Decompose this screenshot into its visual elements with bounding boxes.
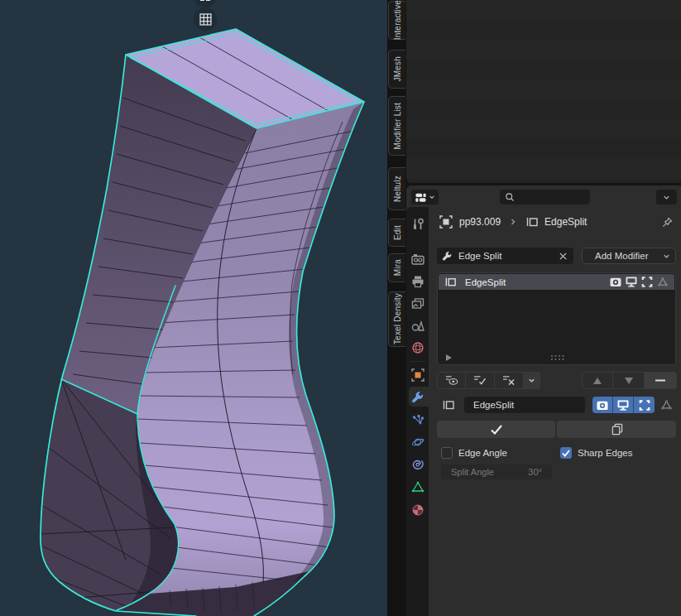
- clear-search-icon[interactable]: [559, 252, 568, 261]
- modifier-stack-row[interactable]: EdgeSplit: [439, 274, 674, 290]
- add-modifier-label: Add Modifier: [595, 251, 649, 261]
- sidebar-tab-interactive[interactable]: Interactive: [388, 1, 405, 40]
- stack-extras-button[interactable]: [524, 372, 540, 389]
- toggle-editmode-button[interactable]: [634, 397, 655, 413]
- sharp-edges-label: Sharp Edges: [578, 448, 633, 458]
- remove-all-button[interactable]: [495, 372, 524, 389]
- tab-physics[interactable]: [410, 435, 424, 449]
- duplicate-modifier-button[interactable]: [557, 421, 676, 438]
- world-icon: [411, 341, 424, 354]
- edge-angle-checkbox[interactable]: [441, 447, 453, 459]
- sidebar-tab-modifier-list[interactable]: Modifier List: [388, 96, 405, 156]
- mesh-object[interactable]: [0, 0, 387, 616]
- chevron-down-icon: [663, 253, 670, 260]
- blender-window: Interactive JMesh Modifier List Neltulz …: [0, 0, 681, 616]
- properties-editor: pp93.009 EdgeSplit Ad: [406, 185, 681, 616]
- tab-output[interactable]: [410, 274, 424, 288]
- move-modifier-up-button[interactable]: [582, 372, 613, 389]
- chevron-down-icon: [429, 194, 435, 200]
- minus-icon: [655, 379, 665, 382]
- sidebar-tab-texel-density[interactable]: Texel Density: [388, 291, 405, 347]
- sharp-edges-checkbox[interactable]: [560, 447, 572, 459]
- physics-icon: [411, 436, 424, 449]
- resize-grip-icon[interactable]: [550, 354, 565, 361]
- modifier-search-input[interactable]: [457, 250, 548, 262]
- apply-all-button[interactable]: [466, 372, 495, 389]
- display-toggle-group: [592, 397, 675, 413]
- header-search[interactable]: [500, 190, 590, 205]
- list-check-icon: [473, 375, 487, 386]
- modifier-icon: [442, 398, 455, 411]
- stack-toolbar-left: [437, 372, 540, 389]
- modifier-name-field[interactable]: [464, 397, 585, 413]
- split-angle-value: 30°: [528, 467, 542, 477]
- split-angle-slider[interactable]: Split Angle 30°: [441, 464, 552, 479]
- modifier-icon: [444, 276, 457, 288]
- oncage-triangle-icon: [660, 399, 673, 411]
- stack-toolbar-right: [582, 372, 677, 389]
- sidebar-tab-mira[interactable]: Mira: [388, 253, 405, 282]
- tab-material[interactable]: [410, 503, 424, 517]
- search-input[interactable]: [518, 191, 576, 203]
- toggle-realtime-button[interactable]: [613, 397, 634, 413]
- view-layer-icon: [411, 297, 424, 310]
- tab-label: JMesh: [393, 56, 402, 81]
- move-modifier-down-button[interactable]: [613, 372, 645, 389]
- viewport-3d[interactable]: [0, 0, 387, 616]
- tab-world[interactable]: [410, 340, 424, 354]
- tab-label: Modifier List: [393, 103, 402, 150]
- tab-label: Interactive: [393, 0, 402, 40]
- mesh-data-icon: [411, 480, 424, 493]
- chevron-down-icon: [528, 377, 535, 384]
- sidebar-tab-edit[interactable]: Edit: [388, 219, 405, 247]
- toggle-render-button[interactable]: [592, 397, 613, 413]
- pin-icon[interactable]: [661, 216, 674, 229]
- sidebar-tab-neltulz[interactable]: Neltulz: [388, 167, 405, 210]
- editmode-cage-icon: [639, 400, 650, 411]
- chevron-down-icon: [663, 194, 670, 201]
- oncage-triangle-icon[interactable]: [657, 277, 669, 287]
- apply-modifier-button[interactable]: [437, 421, 555, 438]
- down-triangle-icon: [625, 378, 633, 384]
- search-icon: [505, 192, 515, 202]
- tab-tool[interactable]: [410, 217, 424, 231]
- modifier-search-field[interactable]: [437, 248, 573, 264]
- remove-modifier-button[interactable]: [645, 372, 677, 389]
- viewport-grid-button[interactable]: [194, 7, 217, 31]
- tab-render[interactable]: [410, 252, 424, 266]
- tab-object-data[interactable]: [410, 479, 424, 493]
- realtime-monitor-icon[interactable]: [626, 277, 637, 287]
- tab-modifiers[interactable]: [410, 390, 424, 404]
- add-modifier-button[interactable]: Add Modifier: [582, 248, 676, 264]
- tab-scene[interactable]: [410, 318, 424, 332]
- modifier-name-input[interactable]: [472, 399, 585, 411]
- checkmark-icon: [490, 424, 503, 436]
- header-options-button[interactable]: [656, 190, 677, 205]
- constraints-icon: [411, 458, 424, 471]
- sidebar-tab-jmesh[interactable]: JMesh: [388, 50, 405, 89]
- toggle-all-visibility-button[interactable]: [437, 372, 466, 389]
- breadcrumb-modifier[interactable]: EdgeSplit: [544, 216, 587, 228]
- copy-icon: [611, 423, 623, 436]
- split-angle-label: Split Angle: [451, 467, 494, 477]
- modifier-stack-list[interactable]: EdgeSplit: [437, 272, 676, 365]
- expand-triangle-icon[interactable]: [446, 354, 453, 361]
- editmode-cage-icon[interactable]: [641, 277, 653, 287]
- outliner-panel[interactable]: [406, 0, 681, 183]
- editor-type-button[interactable]: [411, 190, 439, 205]
- grid-icon: [199, 13, 212, 26]
- eye-lines-icon: [445, 375, 458, 386]
- tool-icon: [411, 218, 424, 231]
- render-camera-icon[interactable]: [610, 277, 621, 287]
- breadcrumb-object[interactable]: pp93.009: [459, 216, 501, 228]
- tab-object[interactable]: [410, 368, 424, 382]
- tab-particles[interactable]: [410, 413, 424, 427]
- tab-constraints[interactable]: [410, 457, 424, 471]
- properties-tab-rail: [406, 207, 429, 616]
- render-camera-icon: [411, 253, 424, 266]
- modifier-row-name: EdgeSplit: [465, 277, 506, 287]
- scene-icon: [411, 319, 424, 332]
- tab-view-layer[interactable]: [410, 296, 424, 310]
- edge-angle-label: Edge Angle: [458, 448, 507, 458]
- toggle-oncage-button[interactable]: [657, 397, 675, 413]
